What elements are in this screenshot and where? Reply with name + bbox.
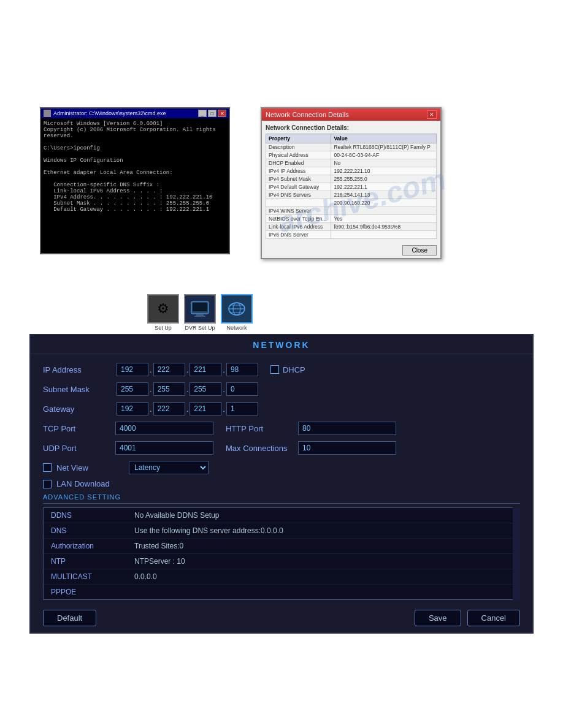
settings-row-dns[interactable]: DNS Use the following DNS server address… xyxy=(44,523,519,539)
netdetails-close-btn[interactable]: ✕ xyxy=(427,110,437,119)
http-port-group: HTTP Port xyxy=(226,422,396,435)
table-row: IPv4 WINS Server xyxy=(266,207,437,215)
cmd-window: Administrator: C:\Windows\system32\cmd.e… xyxy=(40,107,230,254)
dvr-panel-body: IP Address . . . DHCP Subnet Mask . xyxy=(31,354,532,632)
udp-port-input[interactable] xyxy=(115,441,213,455)
net-view-row: Net View Latency Bandwidth xyxy=(43,461,520,474)
settings-table: DDNS No Available DDNS Setup DNS Use the… xyxy=(44,508,519,599)
netdetails-body: Network Connection Details: Property Val… xyxy=(262,121,440,243)
ip-octet-4[interactable] xyxy=(226,363,258,376)
cmd-titlebar-buttons: _ □ ✕ xyxy=(198,110,226,117)
svg-rect-3 xyxy=(194,316,205,317)
ip-octet-1[interactable] xyxy=(117,363,148,376)
cmd-line-2: Copyright (c) 2006 Microsoft Corporation… xyxy=(44,127,226,139)
netdetails-window: Network Connection Details ✕ Network Con… xyxy=(261,107,442,259)
table-row: NetBIOS over Tcpip En...Yes xyxy=(266,215,437,223)
subnet-octet-3[interactable] xyxy=(190,382,221,396)
cmd-maximize-btn[interactable]: □ xyxy=(208,110,216,117)
subnet-octet-4[interactable] xyxy=(226,382,258,396)
cmd-line-6: Windows IP Configuration xyxy=(44,157,226,164)
gateway-octet-3[interactable] xyxy=(190,402,221,415)
gateway-octet-1[interactable] xyxy=(117,402,148,415)
settings-val-pppoe xyxy=(129,585,519,600)
setup-icon: ⚙ xyxy=(147,294,179,324)
settings-val-ntp: NTPServer : 10 xyxy=(129,554,519,569)
col-property: Property xyxy=(266,134,331,143)
settings-row-multicast[interactable]: MULTICAST 0.0.0.0 xyxy=(44,569,519,585)
netdetails-footer: Close xyxy=(262,243,440,258)
settings-row-ntp[interactable]: NTP NTPServer : 10 xyxy=(44,554,519,569)
cmd-title: Administrator: C:\Windows\system32\cmd.e… xyxy=(53,110,166,116)
table-row: IPv4 Default Gateway192.222.221.1 xyxy=(266,183,437,191)
svg-rect-2 xyxy=(196,314,204,316)
settings-scrollbar[interactable] xyxy=(513,507,520,600)
net-view-select[interactable]: Latency Bandwidth xyxy=(129,461,209,474)
max-conn-label: Max Connections xyxy=(226,444,293,453)
tcp-port-label: TCP Port xyxy=(43,424,110,433)
save-button[interactable]: Save xyxy=(415,610,461,626)
dhcp-checkbox[interactable] xyxy=(270,365,279,374)
default-button[interactable]: Default xyxy=(43,610,96,626)
cmd-line-8: Ethernet adapter Local Area Connection: xyxy=(44,170,226,176)
save-cancel-group: Save Cancel xyxy=(415,610,520,626)
settings-key-auth: Authorization xyxy=(44,539,129,554)
gateway-dot-3: . xyxy=(223,404,225,414)
network-icon-box[interactable]: Network xyxy=(221,294,253,331)
ip-octet-3[interactable] xyxy=(190,363,221,376)
subnet-mask-row: Subnet Mask . . . xyxy=(43,382,520,396)
cmd-line-12: IPv4 Address. . . . . . . . . . : 192.22… xyxy=(44,194,226,200)
settings-row-pppoe[interactable]: PPPOE xyxy=(44,585,519,600)
table-row: IPv4 IP Address192.222.221.10 xyxy=(266,167,437,175)
ip-dot-3: . xyxy=(223,365,225,374)
net-view-checkbox[interactable] xyxy=(43,463,52,472)
dvr-svg-icon xyxy=(190,300,210,317)
lan-download-row: LAN Download xyxy=(43,479,520,488)
network-icon xyxy=(221,294,253,324)
setup-icon-box[interactable]: ⚙ Set Up xyxy=(147,294,179,331)
max-conn-input[interactable] xyxy=(298,441,396,455)
ip-address-row: IP Address . . . DHCP xyxy=(43,363,520,376)
dvr-panel-title: NETWORK xyxy=(31,335,532,354)
table-row: DHCP EnabledNo xyxy=(266,159,437,167)
max-conn-group: Max Connections xyxy=(226,441,396,455)
settings-val-auth: Trusted Sites:0 xyxy=(129,539,519,554)
lan-download-checkbox[interactable] xyxy=(43,480,52,488)
subnet-mask-group: . . . xyxy=(117,382,258,396)
settings-row-ddns[interactable]: DDNS No Available DDNS Setup xyxy=(44,508,519,523)
subnet-octet-2[interactable] xyxy=(153,382,185,396)
settings-key-ddns: DDNS xyxy=(44,508,129,523)
advanced-divider: ADVANCED SETTING xyxy=(43,493,520,504)
dvr-setup-icon xyxy=(184,294,216,324)
table-row: Link-local IPv6 Addressfe90::b154:9fb6:d… xyxy=(266,223,437,231)
dvr-panel: NETWORK IP Address . . . DHCP Subnet Mas… xyxy=(29,334,534,634)
subnet-octet-1[interactable] xyxy=(117,382,148,396)
cancel-button[interactable]: Cancel xyxy=(467,610,520,626)
cmd-line-3 xyxy=(44,139,226,145)
cmd-body: Microsoft Windows [Version 6.0.6001] Cop… xyxy=(41,118,229,253)
udp-port-group: UDP Port xyxy=(43,441,213,455)
gateway-label: Gateway xyxy=(43,404,110,414)
gateway-row: Gateway . . . xyxy=(43,402,520,415)
ip-address-group: . . . xyxy=(117,363,258,376)
tcp-port-input[interactable] xyxy=(115,422,213,435)
settings-row-auth[interactable]: Authorization Trusted Sites:0 xyxy=(44,539,519,554)
cmd-minimize-btn[interactable]: _ xyxy=(198,110,207,117)
ip-octet-2[interactable] xyxy=(153,363,185,376)
gateway-octet-4[interactable] xyxy=(226,402,258,415)
netdetails-titlebar: Network Connection Details ✕ xyxy=(262,108,440,121)
netdetails-close-footer-btn[interactable]: Close xyxy=(402,245,437,256)
cmd-close-btn[interactable]: ✕ xyxy=(218,110,226,117)
gateway-dot-2: . xyxy=(186,404,189,414)
netdetails-table: Property Value DescriptionRealtek RTL816… xyxy=(266,134,437,239)
dvr-setup-icon-box[interactable]: DVR Set Up xyxy=(184,294,216,331)
settings-key-ntp: NTP xyxy=(44,554,129,569)
http-port-input[interactable] xyxy=(298,422,396,435)
udp-port-label: UDP Port xyxy=(43,444,110,453)
icons-section: ⚙ Set Up DVR Set Up Network xyxy=(147,294,253,331)
tcp-port-group: TCP Port xyxy=(43,422,213,435)
table-row: 209.90.160.220 xyxy=(266,199,437,207)
dhcp-check: DHCP xyxy=(270,365,305,374)
gateway-octet-2[interactable] xyxy=(153,402,185,415)
dvr-setup-icon-label: DVR Set Up xyxy=(185,325,215,331)
http-port-label: HTTP Port xyxy=(226,424,293,433)
